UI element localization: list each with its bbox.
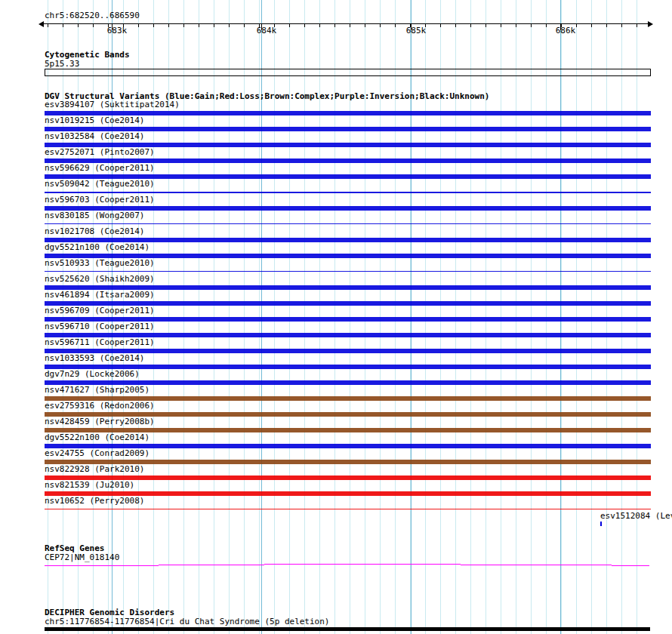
ruler-tick bbox=[395, 23, 396, 27]
variant-label[interactable]: nsv596629 (Cooper2011) bbox=[45, 164, 155, 173]
ruler-tick bbox=[380, 23, 381, 27]
variant-label[interactable]: nsv596709 (Cooper2011) bbox=[45, 306, 155, 315]
ruler-tick bbox=[531, 23, 532, 27]
variant-bar[interactable] bbox=[45, 509, 651, 509]
variant-label[interactable]: nsv830185 (Wong2007) bbox=[45, 211, 144, 220]
variant-label[interactable]: esv1512084 (Levy bbox=[600, 512, 672, 521]
decipher-entry-label[interactable]: chr5:11776854-11776854|Cri du Chat Syndr… bbox=[45, 617, 330, 626]
ruler-tick bbox=[153, 23, 154, 27]
ruler-tick bbox=[455, 23, 456, 27]
gene-line-segment[interactable] bbox=[612, 565, 649, 566]
variant-label[interactable]: nsv822928 (Park2010) bbox=[45, 465, 144, 474]
variant-label[interactable]: esv3894107 (Suktitipat2014) bbox=[45, 100, 180, 109]
ruler-tick bbox=[365, 23, 365, 27]
gene-line-segment[interactable] bbox=[264, 564, 461, 565]
ruler-tick bbox=[486, 23, 486, 27]
ruler-tick bbox=[78, 23, 79, 27]
ruler-tick bbox=[591, 23, 592, 27]
ruler-tick bbox=[289, 23, 290, 27]
variant-label[interactable]: nsv510933 (Teague2010) bbox=[45, 259, 155, 268]
cytoband-glyph[interactable] bbox=[45, 69, 651, 76]
variant-label[interactable]: nsv509042 (Teague2010) bbox=[45, 180, 155, 189]
ruler-tick bbox=[48, 23, 48, 27]
ruler-tick-label: 685k bbox=[406, 26, 427, 35]
variant-label[interactable]: nsv1032584 (Coe2014) bbox=[45, 132, 144, 141]
variant-bar[interactable] bbox=[45, 476, 651, 480]
ruler-right-arrow-icon bbox=[648, 21, 653, 27]
variant-label[interactable]: nsv821539 (Ju2010) bbox=[45, 481, 134, 490]
ruler-tick bbox=[440, 23, 441, 27]
variant-label[interactable]: nsv596703 (Cooper2011) bbox=[45, 195, 155, 205]
gene-line-segment[interactable] bbox=[159, 565, 264, 565]
ruler-tick-label: 683k bbox=[107, 26, 128, 35]
variant-label[interactable]: nsv471627 (Sharp2005) bbox=[45, 386, 150, 395]
variant-label[interactable]: esv2752071 (Pinto2007) bbox=[45, 148, 155, 157]
ruler-tick bbox=[350, 23, 350, 27]
variant-label[interactable]: nsv596710 (Cooper2011) bbox=[45, 322, 155, 331]
variant-label[interactable]: nsv525620 (Shaikh2009) bbox=[45, 275, 155, 284]
ruler-tick bbox=[470, 23, 471, 27]
ruler-tick bbox=[244, 23, 245, 27]
region-title: chr5:682520..686590 bbox=[45, 11, 140, 20]
ruler-axis bbox=[43, 23, 648, 24]
ruler-tick bbox=[138, 23, 139, 27]
ruler-tick bbox=[546, 23, 547, 27]
gene-line-segment[interactable] bbox=[461, 565, 612, 565]
variant-label[interactable]: nsv1019215 (Coe2014) bbox=[45, 116, 144, 125]
variant-label[interactable]: nsv10652 (Perry2008) bbox=[45, 497, 144, 506]
ruler-tick bbox=[63, 23, 63, 27]
ruler-tick-label: 686k bbox=[556, 26, 576, 35]
ruler-tick bbox=[229, 23, 230, 27]
decipher-glyph[interactable] bbox=[45, 627, 650, 631]
variant-label[interactable]: dgv5522n100 (Coe2014) bbox=[45, 433, 150, 442]
ruler-tick bbox=[199, 23, 199, 27]
gene-line-segment[interactable] bbox=[45, 565, 159, 566]
ruler-tick bbox=[214, 23, 214, 27]
ruler-tick bbox=[93, 23, 94, 27]
ruler-left-arrow-icon bbox=[39, 21, 44, 27]
gene-label[interactable]: CEP72|NM_018140 bbox=[45, 553, 119, 562]
variant-bar[interactable] bbox=[600, 522, 602, 526]
genome-browser-view: chr5:682520..686590 683k684k685k686k Cyt… bbox=[0, 0, 672, 634]
ruler-tick bbox=[304, 23, 305, 27]
variant-label[interactable]: esv2759316 (Redon2006) bbox=[45, 402, 155, 411]
variant-bar[interactable] bbox=[45, 271, 651, 272]
variant-label[interactable]: esv24755 (Conrad2009) bbox=[45, 449, 150, 458]
variant-label[interactable]: nsv461894 (Itsara2009) bbox=[45, 291, 155, 300]
ruler-tick bbox=[516, 23, 516, 27]
ruler-tick bbox=[319, 23, 320, 27]
ruler-tick bbox=[637, 23, 637, 27]
ruler-tick bbox=[606, 23, 607, 27]
variant-bar[interactable] bbox=[45, 192, 651, 193]
variant-label[interactable]: nsv428459 (Perry2008b) bbox=[45, 417, 155, 426]
ruler-tick bbox=[334, 23, 335, 27]
ruler-tick bbox=[501, 23, 501, 27]
ruler-tick bbox=[621, 23, 622, 27]
ruler-tick bbox=[168, 23, 169, 27]
variant-label[interactable]: dgv7n29 (Locke2006) bbox=[45, 370, 140, 379]
variant-label[interactable]: nsv596711 (Cooper2011) bbox=[45, 338, 155, 347]
cytoband-label[interactable]: 5p15.33 bbox=[45, 60, 79, 69]
variant-bar[interactable] bbox=[45, 223, 651, 224]
variant-label[interactable]: dgv5521n100 (Coe2014) bbox=[45, 243, 150, 252]
variant-label[interactable]: nsv1021708 (Coe2014) bbox=[45, 227, 144, 236]
ruler-tick-label: 684k bbox=[257, 26, 277, 35]
ruler-tick bbox=[576, 23, 577, 27]
variant-label[interactable]: nsv1033593 (Coe2014) bbox=[45, 354, 144, 363]
ruler-tick bbox=[183, 23, 184, 27]
